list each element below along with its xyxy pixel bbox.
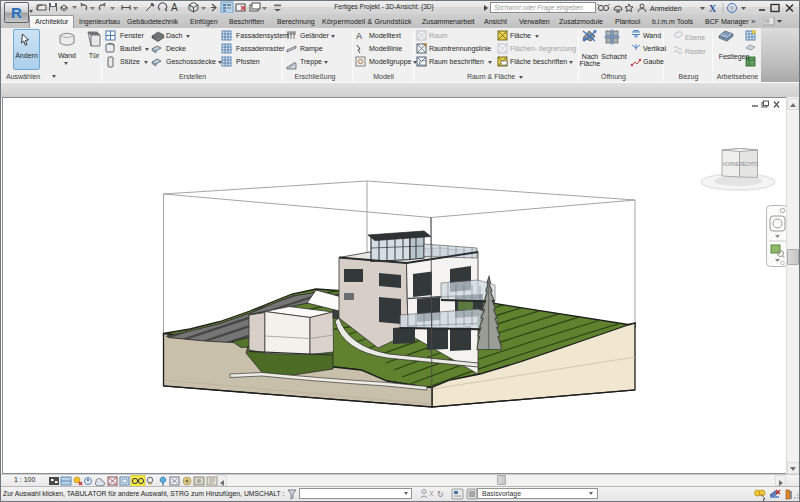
svg-text:Anmelden: Anmelden <box>650 5 682 12</box>
svg-text:↻: ↻ <box>437 490 444 499</box>
svg-text:RECHTS: RECHTS <box>739 161 759 167</box>
svg-text:X: X <box>709 3 717 14</box>
svg-text:A: A <box>171 2 178 13</box>
svg-text:VORNE: VORNE <box>723 161 740 167</box>
svg-text:?: ? <box>730 5 734 12</box>
svg-text:A: A <box>356 31 362 41</box>
